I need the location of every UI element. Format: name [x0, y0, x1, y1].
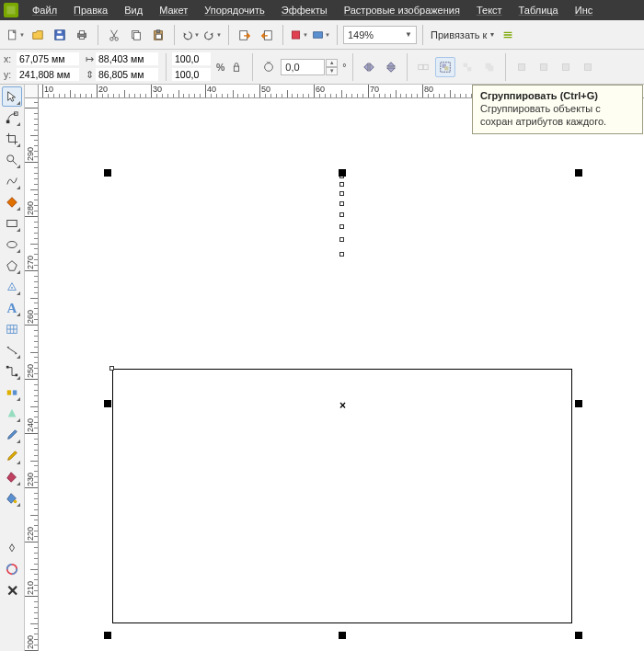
- menu-layout[interactable]: Макет: [151, 5, 196, 16]
- selection-handle-br[interactable]: [575, 632, 582, 639]
- rotation-input[interactable]: 0,0: [281, 59, 325, 75]
- import-button[interactable]: [235, 25, 255, 45]
- smart-fill-tool[interactable]: [2, 192, 22, 212]
- svg-rect-22: [423, 64, 428, 69]
- selection-handle-bl[interactable]: [104, 632, 111, 639]
- print-button[interactable]: [72, 25, 92, 45]
- menu-view[interactable]: Вид: [116, 5, 151, 16]
- no-color-icon[interactable]: ✕: [2, 580, 22, 600]
- ungroup-all-button: [457, 57, 477, 77]
- x-value[interactable]: 67,075 мм: [17, 52, 79, 65]
- open-button[interactable]: [28, 25, 48, 45]
- selection-handle-tr[interactable]: [575, 169, 582, 177]
- scale-y-value[interactable]: 100,0: [172, 68, 211, 81]
- fill-tool[interactable]: [2, 467, 22, 487]
- selection-center-icon: ×: [339, 399, 346, 412]
- save-button[interactable]: [50, 25, 70, 45]
- menu-arrange[interactable]: Упорядочить: [196, 5, 272, 16]
- svg-rect-29: [488, 65, 493, 71]
- svg-point-9: [115, 37, 119, 40]
- pick-tool[interactable]: [2, 86, 22, 107]
- selection-handle-mr[interactable]: [575, 400, 582, 407]
- basic-shapes-tool[interactable]: [2, 277, 22, 297]
- no-fill-icon[interactable]: ◊: [2, 538, 22, 558]
- spin-down-icon[interactable]: ▼: [326, 67, 338, 75]
- cut-button[interactable]: [104, 25, 124, 45]
- blend-tool[interactable]: [2, 383, 22, 403]
- selection-handle-bm[interactable]: [339, 632, 346, 639]
- snap-to-dropdown[interactable]: Привязать к ▾: [429, 29, 496, 40]
- svg-rect-18: [314, 31, 323, 38]
- paste-button[interactable]: [148, 25, 168, 45]
- control-point[interactable]: [339, 212, 344, 217]
- control-point[interactable]: [339, 252, 344, 257]
- menu-file[interactable]: Файл: [24, 5, 65, 16]
- selection-handle-ml[interactable]: [104, 400, 111, 407]
- svg-rect-6: [79, 30, 84, 34]
- new-button[interactable]: ▼: [6, 25, 26, 45]
- options-button[interactable]: [498, 25, 518, 45]
- crop-tool[interactable]: [2, 129, 22, 149]
- polygon-tool[interactable]: [2, 256, 22, 276]
- redo-button[interactable]: ▼: [202, 25, 223, 45]
- mirror-v-button[interactable]: [381, 57, 401, 77]
- menu-text[interactable]: Текст: [468, 5, 511, 16]
- ruler-corner[interactable]: [25, 85, 39, 98]
- copy-button[interactable]: [126, 25, 146, 45]
- eyedropper-tool[interactable]: [2, 425, 22, 445]
- zoom-tool[interactable]: [2, 150, 22, 170]
- svg-point-39: [11, 287, 13, 289]
- menu-table[interactable]: Таблица: [511, 5, 567, 16]
- rectangle-tool[interactable]: [2, 213, 22, 234]
- table-tool[interactable]: [2, 319, 22, 339]
- text-tool[interactable]: A: [2, 298, 22, 318]
- interactive-fill-tool[interactable]: [2, 488, 22, 508]
- ruler-vertical[interactable]: 200210220230240250260270280290: [25, 98, 39, 651]
- control-point[interactable]: [339, 191, 344, 196]
- control-point[interactable]: [109, 366, 114, 371]
- svg-rect-17: [292, 30, 299, 38]
- to-front-button: [512, 57, 532, 77]
- zoom-value: 149%: [348, 29, 374, 40]
- rotation-spinner[interactable]: ▲ ▼: [326, 59, 338, 75]
- color-cycle-icon[interactable]: [2, 559, 22, 579]
- selection-handle-tl[interactable]: [104, 169, 111, 177]
- group-button[interactable]: [435, 57, 455, 77]
- tooltip-body: Сгруппировать объекты с сохран атрибутов…: [480, 102, 635, 129]
- transparency-tool[interactable]: [2, 404, 22, 424]
- selection-handle-tm[interactable]: [339, 169, 346, 177]
- menu-bitmaps[interactable]: Растровые изображения: [336, 5, 468, 16]
- menu-effects[interactable]: Эффекты: [273, 5, 336, 16]
- export-button[interactable]: [257, 25, 277, 45]
- publish-button[interactable]: ▼: [289, 25, 309, 45]
- menu-edit[interactable]: Правка: [65, 5, 116, 16]
- zoom-combo[interactable]: 149% ▼: [343, 26, 417, 44]
- y-value[interactable]: 241,808 мм: [17, 68, 79, 81]
- ellipse-tool[interactable]: [2, 234, 22, 255]
- outline-tool[interactable]: [2, 446, 22, 466]
- svg-rect-32: [562, 63, 569, 70]
- svg-rect-11: [133, 32, 140, 40]
- dimension-tool[interactable]: [2, 340, 22, 360]
- menu-more[interactable]: Инс: [567, 5, 601, 16]
- control-point[interactable]: [339, 182, 344, 187]
- canvas[interactable]: ×: [39, 98, 644, 651]
- connector-tool[interactable]: [2, 361, 22, 382]
- control-point[interactable]: [339, 224, 344, 229]
- shape-tool[interactable]: [2, 108, 22, 128]
- lock-ratio-button[interactable]: [226, 57, 247, 77]
- scale-x-value[interactable]: 100,0: [172, 52, 211, 65]
- backward-button: [578, 57, 598, 77]
- width-value[interactable]: 88,403 мм: [96, 52, 158, 65]
- freehand-tool[interactable]: [2, 171, 22, 191]
- svg-rect-13: [156, 29, 160, 32]
- height-value[interactable]: 86,805 мм: [96, 68, 158, 81]
- control-point[interactable]: [339, 201, 344, 206]
- control-point[interactable]: [339, 237, 344, 242]
- mirror-h-button[interactable]: [359, 57, 379, 77]
- launch-button[interactable]: ▼: [311, 25, 331, 45]
- undo-button[interactable]: ▼: [180, 25, 201, 45]
- svg-rect-34: [6, 120, 10, 124]
- menu-bar: Файл Правка Вид Макет Упорядочить Эффект…: [0, 0, 644, 20]
- spin-up-icon[interactable]: ▲: [326, 59, 338, 67]
